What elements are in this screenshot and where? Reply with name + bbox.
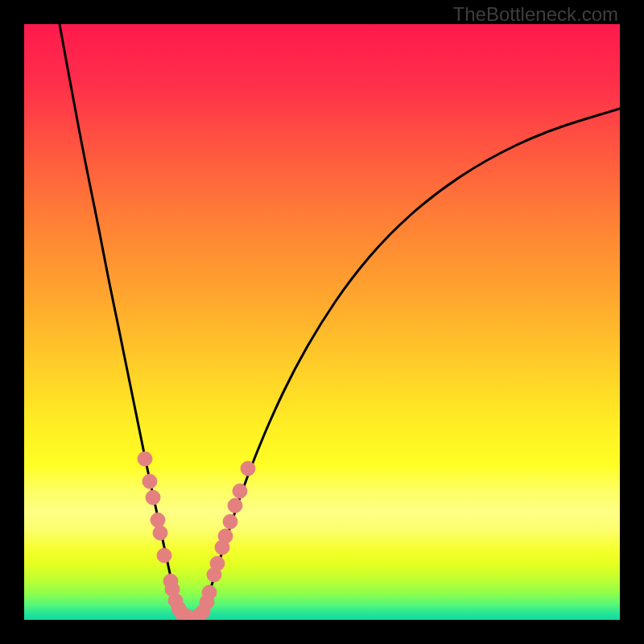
right-curve-line: [200, 109, 620, 620]
scatter-markers: [138, 452, 255, 620]
marker-point: [241, 461, 255, 476]
marker-point: [146, 490, 160, 505]
chart-svg: [24, 24, 620, 620]
marker-point: [157, 548, 171, 563]
chart-frame: [24, 24, 620, 620]
marker-point: [138, 452, 152, 466]
marker-point: [218, 529, 233, 543]
marker-point: [223, 514, 237, 529]
marker-point: [210, 556, 225, 571]
marker-point: [142, 474, 157, 489]
marker-point: [228, 498, 242, 513]
marker-point: [151, 513, 165, 527]
watermark-text: TheBottleneck.com: [453, 3, 618, 26]
marker-point: [153, 526, 167, 540]
marker-point: [233, 484, 247, 498]
marker-point: [202, 585, 217, 600]
